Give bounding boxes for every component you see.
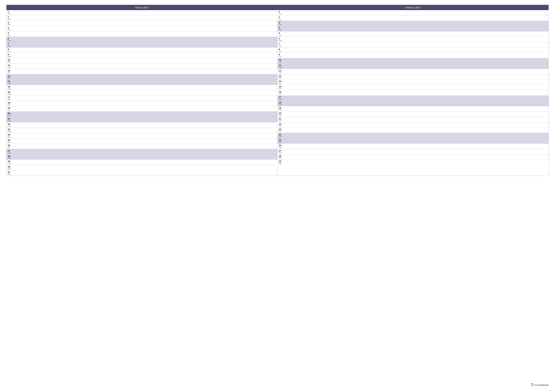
- day-content: 31MIE: [8, 171, 12, 175]
- day-row: 27MAR: [278, 149, 548, 154]
- day-number: 19: [279, 107, 283, 109]
- day-name: LUN: [8, 14, 12, 15]
- day-name: MAR: [8, 56, 12, 57]
- day-row: 17MIE: [7, 96, 277, 101]
- day-number: 15: [8, 85, 12, 88]
- day-number: 29: [8, 160, 12, 163]
- day-name: SAB: [8, 152, 12, 154]
- day-number: 9: [279, 53, 283, 56]
- day-number: 23: [279, 128, 283, 131]
- day-row: 31MIE: [7, 170, 277, 176]
- day-content: 4DOM: [279, 27, 283, 31]
- day-number: 26: [8, 144, 12, 147]
- day-number: 16: [279, 91, 283, 93]
- day-row: 3MIE: [7, 21, 277, 26]
- day-content: 2MAR: [8, 16, 12, 20]
- day-name: LUN: [8, 88, 12, 90]
- day-content: 28MIE: [279, 155, 283, 159]
- day-number: 2: [279, 16, 283, 19]
- day-name: MAR: [279, 152, 283, 154]
- day-content: 8JUE: [279, 48, 283, 52]
- day-name: DOM: [8, 83, 12, 84]
- day-number: 12: [8, 69, 12, 72]
- day-name: JUE: [279, 163, 283, 164]
- day-name: JUE: [8, 67, 12, 68]
- day-name: SAB: [279, 136, 283, 138]
- day-content: 22LUN: [8, 123, 12, 127]
- day-content: 24SAB: [279, 133, 283, 138]
- day-name: JUE: [279, 126, 283, 127]
- day-row: 11JUE: [7, 64, 277, 69]
- day-number: 31: [8, 171, 12, 174]
- day-number: 18: [8, 101, 12, 104]
- day-content: 21MIE: [279, 117, 283, 122]
- day-content: 23VIE: [279, 128, 283, 132]
- day-name: LUN: [279, 110, 283, 111]
- day-content: 17MIE: [8, 96, 12, 100]
- day-name: MIE: [279, 120, 283, 122]
- day-row: 5LUN: [278, 31, 548, 37]
- day-row: 14MIE: [278, 79, 548, 85]
- day-name: DOM: [279, 104, 283, 106]
- day-number: 25: [8, 139, 12, 142]
- day-name: MIE: [279, 45, 283, 47]
- day-content: 12VIE: [8, 69, 12, 74]
- day-row: 23MAR: [7, 128, 277, 133]
- day-name: SAB: [8, 78, 12, 79]
- day-number: 22: [279, 123, 283, 126]
- day-name: DOM: [279, 67, 283, 68]
- day-row: 10SAB: [278, 58, 548, 64]
- page: Enero 20241LUN2MAR3MIE4JUE5VIE6SAB7DOM8L…: [0, 0, 555, 180]
- day-row: 20SAB: [7, 112, 277, 117]
- day-number: 3: [8, 21, 12, 24]
- day-name: JUE: [279, 51, 283, 52]
- day-row: 23VIE: [278, 128, 548, 133]
- day-name: VIE: [279, 131, 283, 132]
- day-row: 7DOM: [7, 42, 277, 48]
- day-content: 29JUE: [279, 160, 283, 164]
- day-row: 25DOM: [278, 138, 548, 144]
- day-name: DOM: [8, 120, 12, 122]
- day-name: MAR: [8, 93, 12, 95]
- day-content: 8LUN: [8, 48, 12, 52]
- day-name: DOM: [279, 29, 283, 31]
- day-content: 26LUN: [279, 144, 283, 149]
- day-row: 9MAR: [7, 53, 277, 58]
- day-name: DOM: [8, 157, 12, 159]
- day-number: 29: [279, 160, 283, 163]
- day-row: 18DOM: [278, 101, 548, 106]
- day-name: JUE: [8, 104, 12, 106]
- day-number: 7: [8, 43, 12, 45]
- day-content: 19VIE: [8, 107, 12, 111]
- day-content: 30MAR: [8, 165, 12, 170]
- day-number: 30: [8, 165, 12, 168]
- day-content: 10SAB: [279, 59, 283, 63]
- day-row: 22LUN: [7, 122, 277, 128]
- day-name: LUN: [279, 72, 283, 74]
- month-section-enero: Enero 20241LUN2MAR3MIE4JUE5VIE6SAB7DOM8L…: [7, 5, 278, 176]
- day-name: LUN: [8, 51, 12, 52]
- day-row: 27SAB: [7, 149, 277, 154]
- day-number: 13: [8, 75, 12, 78]
- day-row: 11DOM: [278, 64, 548, 69]
- day-row: 19VIE: [7, 106, 277, 112]
- day-row: 5VIE: [7, 31, 277, 37]
- day-name: MAR: [8, 19, 12, 20]
- day-row: 26LUN: [278, 144, 548, 149]
- day-content: 22JUE: [279, 123, 283, 127]
- day-content: 3MIE: [8, 21, 12, 26]
- day-name: MAR: [8, 168, 12, 170]
- day-content: 20SAB: [8, 112, 12, 116]
- day-number: 1: [279, 11, 283, 13]
- day-name: DOM: [8, 45, 12, 47]
- day-content: 7DOM: [8, 43, 12, 47]
- day-number: 11: [8, 64, 12, 67]
- day-content: 5VIE: [8, 32, 12, 36]
- day-content: 6SAB: [8, 37, 12, 42]
- day-name: LUN: [279, 35, 283, 36]
- day-row: 13MAR: [278, 74, 548, 80]
- day-name: LUN: [279, 147, 283, 149]
- day-row: 12VIE: [7, 69, 277, 74]
- day-row: 15JUE: [278, 85, 548, 90]
- day-number: 5: [279, 32, 283, 35]
